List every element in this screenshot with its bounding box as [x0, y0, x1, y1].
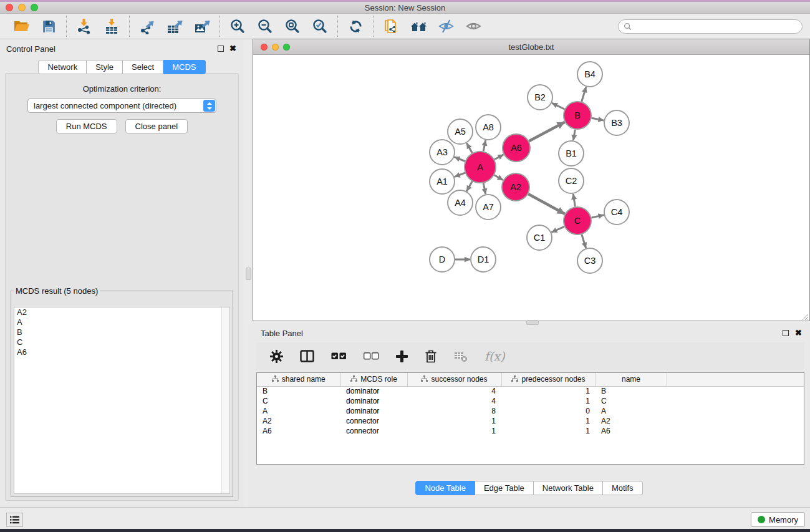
column-header-successor-nodes[interactable]: successor nodes	[407, 373, 501, 386]
tab-style[interactable]: Style	[87, 60, 123, 74]
table-cell[interactable]: A	[595, 406, 667, 416]
close-panel-button[interactable]: Close panel	[125, 119, 188, 133]
column-header-shared-name[interactable]: shared name	[257, 373, 340, 386]
criterion-dropdown[interactable]: largest connected component (directed)	[27, 99, 216, 113]
edge-C-C2[interactable]	[573, 194, 575, 207]
table-cell[interactable]: connector	[340, 426, 407, 436]
table-cell[interactable]: A	[257, 406, 340, 416]
table-cell[interactable]: 8	[407, 406, 501, 416]
show-column-panel-icon[interactable]	[300, 350, 314, 362]
search-field[interactable]	[618, 19, 803, 34]
table-cell[interactable]: 1	[407, 426, 501, 436]
function-builder-icon[interactable]: f(x)	[485, 349, 505, 363]
home-icon[interactable]	[410, 17, 427, 35]
open-file-icon[interactable]	[12, 17, 30, 35]
edge-A-A6[interactable]	[494, 155, 504, 160]
edge-A2-C[interactable]	[528, 194, 565, 214]
show-task-history-button[interactable]	[6, 513, 23, 527]
table-close-panel-icon[interactable]: ✖	[795, 328, 802, 337]
table-cell[interactable]: B	[257, 386, 340, 396]
minimize-window-button[interactable]	[18, 4, 26, 11]
table-cell[interactable]: 1	[501, 396, 595, 406]
export-table-icon[interactable]	[166, 17, 183, 35]
column-header-name[interactable]: name	[595, 373, 667, 386]
table-cell[interactable]: A6	[595, 426, 667, 436]
table-row[interactable]: Cdominator41C	[257, 396, 804, 406]
edge-B-B2[interactable]	[552, 103, 564, 109]
table-cell[interactable]: dominator	[340, 396, 407, 406]
edge-A-A1[interactable]	[455, 173, 465, 177]
zoom-out-icon[interactable]	[256, 17, 274, 35]
export-network-icon[interactable]	[138, 17, 156, 35]
import-network-icon[interactable]	[75, 17, 93, 35]
table-cell[interactable]: 1	[501, 416, 595, 426]
window-resize-grip[interactable]	[801, 312, 809, 320]
table-row[interactable]: A2connector11A2	[257, 416, 804, 426]
delete-column-trash-icon[interactable]	[425, 349, 437, 363]
mcds-result-item[interactable]: C	[14, 337, 229, 347]
edge-B-B1[interactable]	[573, 130, 575, 141]
refresh-icon[interactable]	[347, 17, 364, 35]
table-cell[interactable]: dominator	[340, 406, 407, 416]
horizontal-splitter-grip[interactable]	[526, 320, 539, 325]
result-scrollbar[interactable]	[221, 307, 229, 493]
edge-C-C3[interactable]	[582, 235, 586, 248]
export-image-icon[interactable]	[193, 17, 211, 35]
column-header-MCDS-role[interactable]: MCDS role	[340, 373, 407, 386]
edge-C-C4[interactable]	[592, 215, 604, 218]
edge-B-B3[interactable]	[592, 118, 604, 120]
table-float-panel-icon[interactable]	[783, 330, 789, 336]
mcds-result-item[interactable]: B	[14, 327, 229, 337]
edge-A-A8[interactable]	[483, 140, 486, 152]
mcds-result-item[interactable]: A2	[14, 307, 229, 317]
create-column-plus-icon[interactable]	[396, 351, 408, 362]
table-cell[interactable]: 1	[501, 426, 595, 436]
edge-A6-B[interactable]	[529, 122, 564, 141]
edge-A-A7[interactable]	[483, 183, 486, 195]
zoom-in-icon[interactable]	[229, 17, 246, 35]
tab-motifs[interactable]: Motifs	[603, 481, 643, 495]
edge-B-B4[interactable]	[582, 87, 586, 102]
table-cell[interactable]: 4	[407, 386, 501, 396]
edge-A-A2[interactable]	[494, 175, 503, 180]
vertical-splitter-grip[interactable]	[246, 268, 251, 280]
search-input[interactable]	[635, 21, 797, 31]
save-session-icon[interactable]	[40, 17, 57, 35]
delete-table-icon[interactable]	[454, 350, 468, 362]
hide-graphics-details-icon[interactable]	[437, 17, 455, 35]
network-minimize-button[interactable]	[272, 44, 279, 51]
tab-network[interactable]: Network	[38, 60, 87, 74]
float-panel-icon[interactable]	[218, 46, 224, 52]
network-close-button[interactable]	[261, 44, 268, 51]
session-from-network-icon[interactable]	[382, 17, 400, 35]
close-panel-icon[interactable]: ✖	[229, 44, 236, 53]
table-row[interactable]: A6connector11A6	[257, 426, 804, 436]
run-mcds-button[interactable]: Run MCDS	[56, 119, 117, 133]
import-table-icon[interactable]	[103, 17, 120, 35]
zoom-window-button[interactable]	[31, 4, 38, 11]
zoom-selected-icon[interactable]	[311, 17, 329, 35]
edge-C-C1[interactable]	[551, 226, 564, 232]
table-row[interactable]: Adominator80A	[257, 406, 804, 416]
edge-A-A5[interactable]	[466, 143, 472, 153]
mcds-result-item[interactable]: A	[14, 317, 229, 327]
network-window-titlebar[interactable]: testGlobe.txt	[253, 39, 809, 55]
network-canvas[interactable]: AA6A2BCA5A8A3A1A4A7B2B4B3B1C2C4C1C3DD1	[253, 55, 809, 321]
table-cell[interactable]: B	[595, 386, 667, 396]
table-cell[interactable]: connector	[340, 416, 407, 426]
column-header-predecessor-nodes[interactable]: predecessor nodes	[501, 373, 595, 386]
mcds-result-item[interactable]: A6	[14, 347, 229, 357]
show-graphics-details-icon[interactable]	[465, 17, 482, 35]
table-cell[interactable]: 1	[407, 416, 501, 426]
table-cell[interactable]: 0	[501, 406, 595, 416]
table-row[interactable]: Bdominator41B	[257, 386, 804, 396]
select-all-columns-icon[interactable]	[331, 352, 347, 360]
table-cell[interactable]: 1	[501, 386, 595, 396]
tab-mcds[interactable]: MCDS	[163, 60, 205, 74]
table-cell[interactable]: C	[257, 396, 340, 406]
edge-A-A4[interactable]	[466, 181, 472, 191]
table-cell[interactable]: A2	[595, 416, 667, 426]
zoom-fit-icon[interactable]	[284, 17, 301, 35]
table-settings-gear-icon[interactable]	[270, 350, 283, 363]
table-cell[interactable]: A2	[257, 416, 340, 426]
